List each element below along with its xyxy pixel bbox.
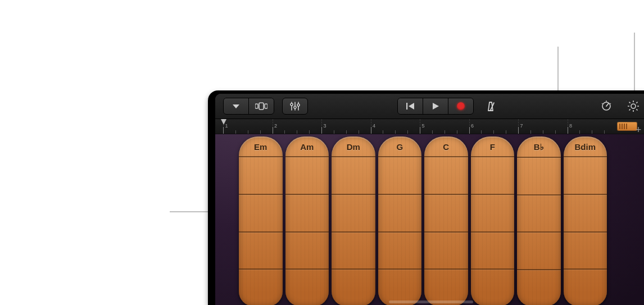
metronome-button[interactable] [482,98,500,114]
chord-segment[interactable] [332,231,375,269]
chord-segment[interactable] [378,268,422,305]
chord-segment[interactable] [285,268,329,305]
record-button[interactable] [448,98,473,114]
chord-strip[interactable]: G [378,136,422,305]
chord-label: B♭ [517,136,561,157]
chord-segment[interactable] [424,194,468,231]
svg-marker-11 [409,103,414,110]
settings-button[interactable] [624,98,643,114]
svg-line-26 [636,109,637,110]
metronome-icon [485,101,496,112]
ruler-bar-number: 2 [274,123,277,129]
svg-point-5 [291,103,293,106]
ruler-bar-number: 6 [471,123,474,129]
chord-segment[interactable] [424,268,468,305]
svg-rect-3 [265,104,267,108]
chord-segment[interactable] [285,231,329,269]
svg-line-28 [629,109,631,110]
mixer-icon [290,102,300,111]
chord-segment[interactable] [564,156,607,194]
chord-segment[interactable] [517,231,561,269]
view-menu-button[interactable] [224,98,248,114]
chord-segment[interactable] [239,231,283,269]
svg-line-25 [629,102,631,103]
chord-segment[interactable] [239,268,283,305]
chevron-down-icon [232,103,241,110]
chord-label: F [471,136,515,156]
chord-segment[interactable] [564,268,607,305]
svg-point-7 [294,106,296,108]
chord-segment[interactable] [471,156,515,194]
track-controls-button[interactable] [282,98,308,115]
browser-button[interactable] [248,98,274,114]
chord-segment[interactable] [517,157,561,194]
record-icon [457,102,465,110]
svg-marker-0 [233,104,239,108]
chord-segment[interactable] [471,194,515,231]
chord-segment[interactable] [378,194,422,231]
chord-label: Dm [332,136,375,156]
svg-line-18 [602,103,603,104]
control-bar [215,94,644,119]
chord-segment[interactable] [285,194,329,231]
svg-rect-2 [259,103,264,110]
timeline-ruler[interactable]: 12345678 [215,119,644,134]
home-indicator [389,301,473,303]
chord-label: Bdim [564,136,607,156]
view-controls-group [223,98,274,115]
chord-segment[interactable] [285,156,329,194]
ruler-bar-number: 3 [323,123,326,129]
svg-line-27 [636,102,637,103]
svg-rect-1 [255,104,258,108]
chord-strip[interactable]: F [471,136,515,305]
svg-marker-12 [433,103,439,110]
gear-icon [627,100,640,112]
svg-rect-10 [406,103,407,110]
chord-label: Am [285,136,329,156]
svg-line-16 [606,103,609,106]
chord-label: Em [239,136,283,156]
play-icon [432,102,439,110]
ruler-bar-number: 7 [520,123,523,129]
chord-segment[interactable] [378,231,422,269]
chord-strip[interactable]: Em [239,136,283,305]
chord-segment[interactable] [564,194,607,231]
chord-segment[interactable] [424,156,468,194]
chord-segment[interactable] [239,194,283,231]
app-screen: 12345678 + EmAmDmGCFB♭Bdim [215,94,644,305]
dial-icon [600,100,613,112]
rewind-icon [406,102,415,110]
chord-strip[interactable]: B♭ [517,136,561,305]
ruler-bar-number: 5 [421,123,424,129]
svg-point-9 [297,104,300,106]
chord-segment[interactable] [471,268,515,305]
chord-strip[interactable]: Am [285,136,329,305]
chord-segment[interactable] [239,156,283,194]
chord-strip[interactable]: C [424,136,468,305]
autoplay-dial-button[interactable] [597,98,616,114]
chord-segment[interactable] [564,231,607,269]
chord-segment[interactable] [332,156,375,194]
chord-segment[interactable] [517,269,561,306]
chord-strip[interactable]: Dm [332,136,375,305]
transport-group [397,98,474,115]
chord-segment[interactable] [378,156,422,194]
device-frame: 12345678 + EmAmDmGCFB♭Bdim [208,90,644,305]
svg-point-20 [631,104,636,108]
chord-label: G [378,136,422,156]
ruler-bar-number: 4 [373,123,375,129]
ruler-bar-number: 1 [225,123,228,129]
chord-segment[interactable] [332,268,375,305]
go-to-beginning-button[interactable] [398,98,423,114]
browser-icon [255,102,267,110]
chord-segment[interactable] [517,194,561,232]
ruler-bar-number: 8 [569,123,572,129]
play-button[interactable] [423,98,448,114]
chord-label: C [424,136,468,156]
chord-segment[interactable] [424,231,468,269]
chord-strips-area: EmAmDmGCFB♭Bdim [215,134,644,305]
chord-segment[interactable] [471,231,515,269]
chord-strip[interactable]: Bdim [564,136,607,305]
chord-segment[interactable] [332,194,375,231]
svg-line-19 [610,103,611,104]
